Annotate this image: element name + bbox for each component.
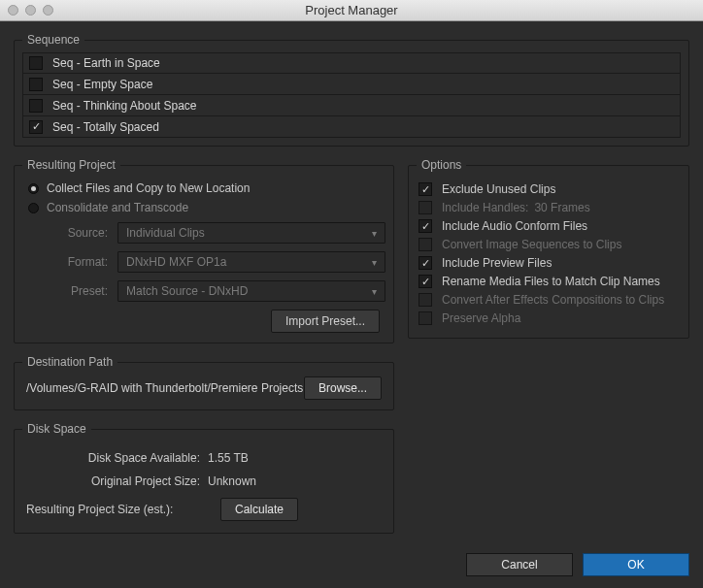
disk-legend: Disk Space xyxy=(22,422,91,436)
format-dropdown[interactable]: DNxHD MXF OP1a ▾ xyxy=(117,251,385,273)
radio-transcode[interactable] xyxy=(28,203,39,213)
destination-path: /Volumes/G-RAID with Thunderbolt/Premier… xyxy=(26,381,303,395)
close-dot[interactable] xyxy=(8,5,18,16)
destination-legend: Destination Path xyxy=(22,355,117,369)
sequence-checkbox[interactable] xyxy=(29,56,43,70)
cancel-button[interactable]: Cancel xyxy=(466,553,573,576)
zoom-dot[interactable] xyxy=(43,5,53,16)
chevron-down-icon: ▾ xyxy=(372,286,377,297)
browse-button[interactable]: Browse... xyxy=(304,376,382,400)
sequence-checkbox[interactable]: ✓ xyxy=(29,120,43,134)
destination-group: Destination Path /Volumes/G-RAID with Th… xyxy=(14,355,394,410)
radio-collect-label: Collect Files and Copy to New Location xyxy=(47,181,250,195)
audio-checkbox[interactable]: ✓ xyxy=(418,219,432,233)
window-titlebar: Project Manager xyxy=(0,0,703,21)
sequence-row[interactable]: Seq - Thinking About Space xyxy=(22,95,681,116)
preview-label: Include Preview Files xyxy=(442,256,552,270)
sequence-legend: Sequence xyxy=(22,33,84,47)
traffic-lights xyxy=(8,5,53,16)
alpha-checkbox xyxy=(418,311,432,325)
preview-checkbox[interactable]: ✓ xyxy=(418,256,432,270)
sequence-label: Seq - Thinking About Space xyxy=(52,99,197,113)
sequence-label: Seq - Empty Space xyxy=(52,78,152,91)
alpha-label: Preserve Alpha xyxy=(442,311,520,325)
exclude-label: Exclude Unused Clips xyxy=(442,182,555,196)
rename-checkbox[interactable]: ✓ xyxy=(418,275,432,288)
exclude-checkbox[interactable]: ✓ xyxy=(418,182,432,196)
radio-collect[interactable] xyxy=(28,183,39,194)
preset-value: Match Source - DNxHD xyxy=(126,284,248,298)
window-title: Project Manager xyxy=(305,3,397,17)
handles-checkbox xyxy=(418,201,432,214)
sequence-checkbox[interactable] xyxy=(29,78,43,91)
source-value: Individual Clips xyxy=(126,226,205,240)
disk-original-label: Original Project Size: xyxy=(30,474,200,488)
convertseq-checkbox xyxy=(418,238,432,251)
minimize-dot[interactable] xyxy=(25,5,36,16)
disk-available-value: 1.55 TB xyxy=(208,451,249,465)
ok-button[interactable]: OK xyxy=(583,553,689,576)
disk-original-value: Unknown xyxy=(208,474,256,488)
sequence-label: Seq - Totally Spaced xyxy=(52,120,159,134)
preset-label: Preset: xyxy=(50,284,108,298)
source-label: Source: xyxy=(50,226,108,240)
import-preset-button[interactable]: Import Preset... xyxy=(271,310,380,333)
sequence-row[interactable]: Seq - Empty Space xyxy=(22,74,681,95)
resulting-legend: Resulting Project xyxy=(22,158,120,172)
convertseq-label: Convert Image Sequences to Clips xyxy=(442,238,621,251)
chevron-down-icon: ▾ xyxy=(372,257,377,268)
sequence-row[interactable]: Seq - Earth in Space xyxy=(22,52,681,74)
source-dropdown[interactable]: Individual Clips ▾ xyxy=(117,222,385,244)
handles-label: Include Handles: xyxy=(442,201,528,214)
ae-checkbox xyxy=(418,293,432,307)
ae-label: Convert After Effects Compositions to Cl… xyxy=(442,293,664,307)
handles-value: 30 Frames xyxy=(534,201,589,214)
sequence-group: Sequence Seq - Earth in SpaceSeq - Empty… xyxy=(14,33,689,147)
format-label: Format: xyxy=(50,255,108,269)
sequence-row[interactable]: ✓Seq - Totally Spaced xyxy=(22,116,681,138)
rename-label: Rename Media Files to Match Clip Names xyxy=(442,275,660,288)
format-value: DNxHD MXF OP1a xyxy=(126,255,226,269)
sequence-label: Seq - Earth in Space xyxy=(52,56,160,70)
calculate-button[interactable]: Calculate xyxy=(220,498,298,521)
disk-resulting-label: Resulting Project Size (est.): xyxy=(26,503,220,516)
preset-dropdown[interactable]: Match Source - DNxHD ▾ xyxy=(117,280,385,302)
disk-available-label: Disk Space Available: xyxy=(30,451,200,465)
chevron-down-icon: ▾ xyxy=(372,228,377,239)
resulting-group: Resulting Project Collect Files and Copy… xyxy=(14,158,394,343)
radio-transcode-label: Consolidate and Transcode xyxy=(47,201,188,214)
audio-label: Include Audio Conform Files xyxy=(442,219,587,233)
sequence-checkbox[interactable] xyxy=(29,99,43,113)
options-group: Options ✓ Exclude Unused Clips Include H… xyxy=(408,158,689,339)
footer-buttons: Cancel OK xyxy=(466,553,689,576)
disk-group: Disk Space Disk Space Available: 1.55 TB… xyxy=(14,422,394,534)
options-legend: Options xyxy=(417,158,466,172)
